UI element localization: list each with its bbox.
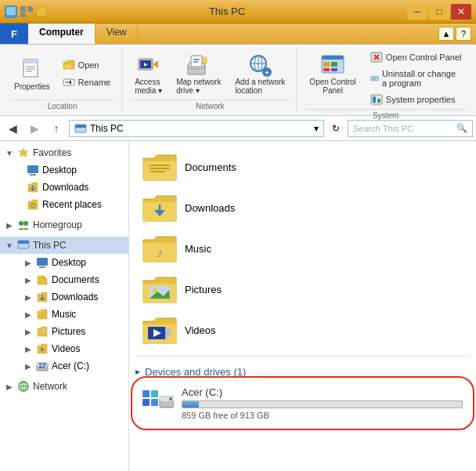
properties-button[interactable]: Properties	[9, 54, 55, 94]
sidebar-thispc-header[interactable]: ▼ This PC	[0, 237, 128, 254]
sidebar-item-downloads-pc[interactable]: ▶ Downloads	[0, 288, 128, 306]
control-panel-icon	[320, 53, 345, 78]
refresh-button[interactable]: ↻	[327, 120, 344, 137]
title-nav-icon	[20, 6, 33, 17]
sidebar-item-videos-pc[interactable]: ▶ Videos	[0, 340, 128, 357]
close-button[interactable]: ✕	[451, 4, 471, 20]
sidebar-item-documents-pc[interactable]: ▶ Documents	[0, 271, 128, 288]
rename-button[interactable]: Rename	[58, 74, 116, 90]
maximize-button[interactable]: □	[429, 4, 449, 20]
path-dropdown-arrow[interactable]: ▾	[314, 123, 319, 134]
svg-rect-3	[20, 6, 26, 12]
sidebar-item-desktop-pc[interactable]: ▶ Desktop	[0, 254, 128, 271]
ribbon-group-system: Open ControlPanel Open Control Panel	[298, 48, 473, 112]
svg-rect-30	[322, 56, 344, 60]
sidebar-homegroup-header[interactable]: ▶ Homegroup	[0, 216, 128, 234]
ribbon: F Computer View ▲ ?	[0, 24, 476, 116]
back-button[interactable]: ◀	[3, 120, 22, 137]
sidebar-network-header[interactable]: ▶ Network	[0, 378, 128, 395]
sidebar-downloads-fav-label: Downloads	[42, 182, 88, 193]
svg-rect-88	[142, 399, 150, 406]
minimize-button[interactable]: ─	[407, 4, 427, 20]
sidebar-item-pictures-pc[interactable]: ▶ Pictures	[0, 323, 128, 340]
location-group-label: Location	[9, 100, 115, 111]
network-buttons: ▶ Accessmedia ▾	[130, 49, 290, 98]
system-buttons: Open ControlPanel Open Control Panel	[305, 49, 467, 107]
open-button[interactable]: Open	[58, 57, 116, 73]
this-pc-path-icon	[74, 122, 87, 135]
folder-item-videos[interactable]: Videos	[135, 310, 470, 350]
sidebar-item-recent[interactable]: Recent places	[0, 196, 128, 213]
drive-item-container: Acer (C:) 859 GB free of 913 GB	[135, 381, 470, 426]
control-panel-button[interactable]: Open ControlPanel	[305, 49, 360, 98]
svg-marker-47	[19, 148, 28, 157]
svg-rect-57	[20, 248, 27, 249]
sidebar-item-acer-drive[interactable]: ▶ Acer (C:)	[0, 357, 128, 375]
search-box[interactable]: Search This PC 🔍	[348, 120, 473, 137]
svg-rect-59	[39, 266, 45, 268]
manage-button[interactable]: System properties	[366, 92, 467, 107]
svg-rect-33	[323, 68, 330, 71]
uninstall-button[interactable]: Open Control Panel	[366, 49, 467, 65]
sidebar-desktop-fav-label: Desktop	[42, 165, 77, 176]
system-small-buttons: Open Control Panel Uninstall or change a…	[366, 49, 467, 107]
manage-label: System properties	[386, 95, 456, 104]
favorites-expand-icon: ▼	[5, 149, 14, 158]
sidebar: ▼ Favorites Desktop Downloads	[0, 141, 129, 471]
access-media-button[interactable]: ▶ Accessmedia ▾	[130, 49, 167, 98]
pictures-folder-icon	[141, 274, 178, 305]
svg-text:♪: ♪	[41, 312, 44, 319]
sidebar-desktop-pc-label: Desktop	[52, 257, 86, 268]
devices-drives-label: Devices and drives (1)	[145, 366, 246, 378]
ribbon-help-btn[interactable]: ?	[456, 27, 471, 41]
svg-rect-38	[371, 76, 379, 81]
svg-rect-75	[150, 168, 170, 169]
add-network-location-button[interactable]: + Add a networklocation	[230, 49, 290, 98]
svg-rect-32	[331, 62, 337, 67]
map-drive-label: Map networkdrive ▾	[176, 78, 221, 95]
map-drive-icon	[186, 53, 211, 78]
ribbon-tab-computer[interactable]: Computer	[28, 24, 96, 44]
svg-point-54	[23, 221, 28, 226]
add-net-loc-icon: +	[247, 53, 272, 78]
svg-rect-2	[8, 15, 14, 16]
map-network-drive-button[interactable]: Map networkdrive ▾	[171, 49, 225, 98]
system-properties-button[interactable]: Uninstall or change a program	[366, 67, 467, 90]
sidebar-item-desktop-fav[interactable]: Desktop	[0, 161, 128, 179]
ribbon-collapse-btn[interactable]: ▲	[438, 27, 454, 41]
forward-button[interactable]: ▶	[25, 120, 44, 137]
sidebar-item-downloads-fav[interactable]: Downloads	[0, 179, 128, 196]
documents-folder-icon	[141, 151, 178, 183]
folders-grid: Documents Downloads	[135, 147, 470, 350]
svg-text:▶: ▶	[143, 62, 147, 67]
ribbon-file-btn[interactable]: F	[0, 24, 28, 44]
drive-item-acer[interactable]: Acer (C:) 859 GB free of 913 GB	[135, 381, 470, 426]
sidebar-acer-drive-label: Acer (C:)	[52, 360, 89, 371]
properties-icon	[20, 57, 45, 82]
control-panel-label: Open ControlPanel	[309, 78, 355, 95]
thispc-sidebar-label: This PC	[33, 240, 67, 251]
sidebar-favorites-header[interactable]: ▼ Favorites	[0, 144, 128, 161]
svg-rect-43	[377, 99, 380, 103]
up-button[interactable]: ↑	[47, 120, 66, 137]
location-buttons: Properties Open	[9, 49, 115, 98]
folder-item-pictures[interactable]: Pictures	[135, 270, 470, 309]
uninstall-label: Open Control Panel	[386, 53, 462, 62]
folder-item-downloads[interactable]: Downloads	[135, 188, 470, 227]
title-folder-icon	[36, 6, 47, 17]
svg-rect-66	[39, 363, 41, 365]
address-path[interactable]: This PC ▾	[69, 120, 324, 137]
acer-drive-name: Acer (C:)	[182, 386, 463, 398]
ribbon-tab-view[interactable]: View	[96, 24, 139, 44]
svg-rect-45	[75, 125, 86, 128]
properties-label: Properties	[14, 82, 50, 91]
svg-text:♪: ♪	[157, 246, 163, 259]
title-bar: This PC ─ □ ✕	[0, 0, 476, 24]
folder-item-documents[interactable]: Documents	[135, 147, 470, 187]
svg-rect-7	[23, 60, 38, 63]
svg-point-61	[42, 329, 45, 332]
network-group-label: Network	[130, 100, 290, 111]
sidebar-item-music-pc[interactable]: ▶ ♪ Music	[0, 306, 128, 323]
folder-item-music[interactable]: ♪ Music	[135, 229, 470, 268]
sidebar-docs-pc-label: Documents	[52, 274, 99, 285]
